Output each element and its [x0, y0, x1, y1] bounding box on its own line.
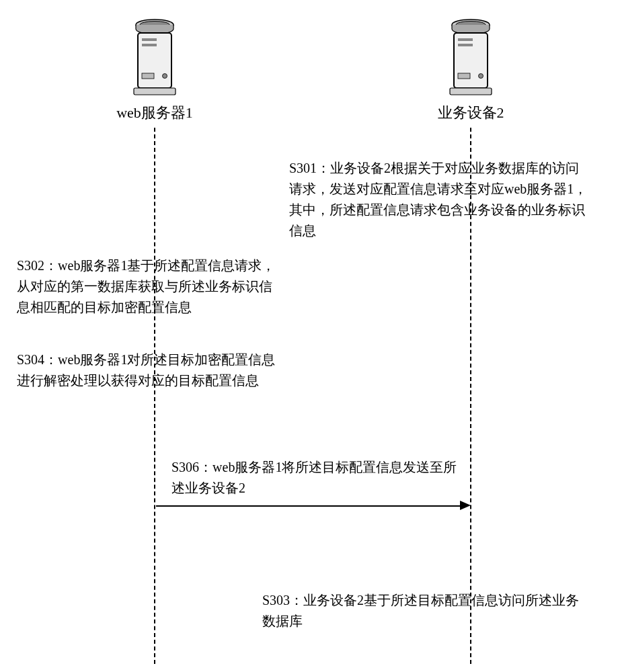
step-s302: S302：web服务器1基于所述配置信息请求，从对应的第一数据库获取与所述业务标… — [17, 255, 282, 318]
svg-rect-15 — [450, 88, 492, 95]
lifeline-web-server — [154, 128, 155, 664]
business-device-label: 业务设备2 — [417, 103, 525, 123]
svg-rect-7 — [134, 88, 176, 95]
step-s303: S303：业务设备2基于所述目标配置信息访问所述业务数据库 — [262, 590, 585, 632]
svg-rect-2 — [138, 33, 171, 88]
server-icon — [447, 17, 494, 97]
participant-web-server: web服务器1 — [101, 17, 208, 123]
svg-point-6 — [163, 74, 167, 79]
participant-business-device: 业务设备2 — [417, 17, 525, 123]
step-s306: S306：web服务器1将所述目标配置信息发送至所述业务设备2 — [171, 457, 464, 499]
svg-rect-5 — [142, 73, 154, 79]
step-s301: S301：业务设备2根据关于对应业务数据库的访问请求，发送对应配置信息请求至对应… — [289, 158, 592, 241]
svg-rect-12 — [458, 44, 473, 46]
svg-rect-11 — [458, 38, 473, 41]
server-icon — [131, 17, 178, 97]
svg-rect-4 — [142, 44, 157, 46]
arrow-right-icon — [460, 501, 471, 510]
step-s304: S304：web服务器1对所述目标加密配置信息进行解密处理以获得对应的目标配置信… — [17, 349, 276, 391]
svg-rect-10 — [454, 33, 488, 88]
svg-rect-3 — [142, 38, 157, 41]
svg-point-14 — [479, 74, 484, 79]
svg-rect-13 — [458, 73, 470, 79]
web-server-label: web服务器1 — [101, 103, 208, 123]
